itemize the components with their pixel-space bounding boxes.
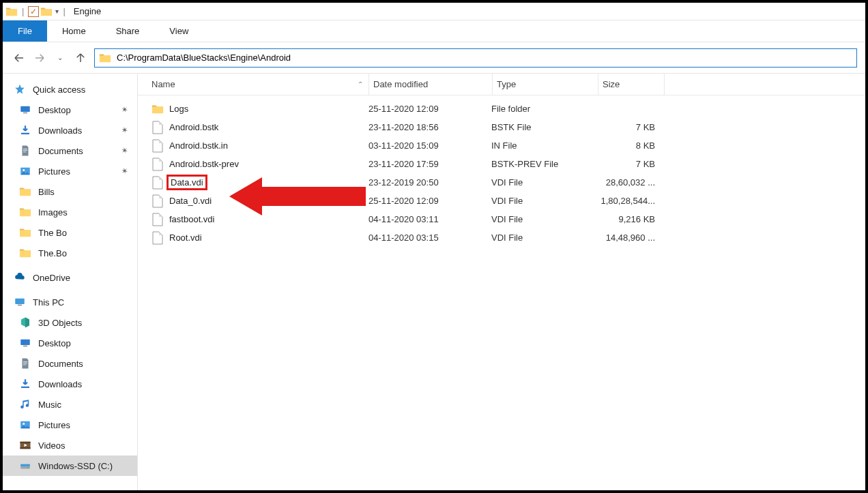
- window-title: Engine: [74, 6, 101, 16]
- sidebar-item-label: Pictures: [38, 420, 70, 430]
- file-row[interactable]: Android.bstk-prev23-11-2020 17:59BSTK-PR…: [138, 155, 865, 173]
- sidebar-item-3d-objects[interactable]: 3D Objects: [3, 312, 137, 333]
- sidebar-item-documents[interactable]: Documents: [3, 353, 137, 374]
- pin-icon: ✶: [119, 104, 130, 116]
- sidebar-item-label: Documents: [38, 359, 83, 369]
- svg-rect-1: [23, 113, 27, 114]
- file-size: 28,60,032 ...: [596, 177, 662, 188]
- sidebar-item-pictures[interactable]: Pictures✶: [3, 161, 137, 181]
- pictures-icon: [19, 165, 31, 177]
- up-button[interactable]: [74, 51, 87, 65]
- sidebar-item-windows-ssd-c-[interactable]: Windows-SSD (C:): [3, 455, 137, 476]
- documents-icon: [19, 145, 31, 157]
- col-header-date[interactable]: Date modified: [369, 79, 492, 89]
- desktop-icon: [19, 337, 31, 349]
- forward-button[interactable]: [33, 51, 46, 65]
- sidebar-item-label: 3D Objects: [38, 318, 82, 328]
- explorer-window: | ✓ ▾ | Engine File Home Share View ⌄: [0, 0, 868, 493]
- column-headers: Name ⌃ Date modified Type Size: [138, 74, 865, 95]
- sidebar-item-label: Pictures: [38, 166, 70, 177]
- sidebar-onedrive[interactable]: OneDrive: [3, 267, 137, 288]
- view-tab[interactable]: View: [154, 20, 203, 42]
- sidebar-item-documents[interactable]: Documents✶: [3, 140, 137, 161]
- 3d-icon: [19, 316, 31, 329]
- file-size: 7 KB: [596, 159, 662, 169]
- desktop-icon: [19, 104, 31, 116]
- sidebar-item-bills[interactable]: Bills: [3, 181, 137, 202]
- pin-icon: ✶: [119, 145, 130, 157]
- nav-row: ⌄: [3, 42, 865, 74]
- sidebar-item-label: The Bo: [38, 228, 67, 238]
- sidebar-item-label: Images: [38, 207, 68, 218]
- back-button[interactable]: [12, 51, 26, 65]
- file-row[interactable]: Data.vdi23-12-2019 20:50VDI File28,60,03…: [138, 173, 865, 192]
- file-name: Data_0.vdi: [169, 196, 212, 206]
- sidebar-label: Quick access: [33, 85, 85, 95]
- share-tab[interactable]: Share: [101, 20, 155, 42]
- sidebar-item-downloads[interactable]: Downloads✶: [3, 120, 137, 140]
- file-date: 04-11-2020 03:15: [368, 233, 491, 243]
- file-date: 25-11-2020 12:09: [368, 104, 491, 114]
- col-header-size[interactable]: Size: [598, 79, 664, 89]
- sidebar-item-images[interactable]: Images: [3, 202, 137, 222]
- app-folder-icon: [5, 5, 18, 18]
- sidebar-item-the-bo[interactable]: The.Bo: [3, 243, 137, 263]
- file-row[interactable]: Data_0.vdi25-11-2020 12:09VDI File1,80,2…: [138, 192, 865, 210]
- col-header-type[interactable]: Type: [493, 79, 598, 89]
- sidebar-item-downloads[interactable]: Downloads: [3, 374, 137, 394]
- folder-icon: [19, 226, 31, 239]
- pc-icon: [14, 296, 26, 308]
- sidebar-quick-access[interactable]: Quick access: [3, 79, 137, 100]
- col-header-label: Type: [497, 79, 516, 89]
- file-name: Android.bstk.in: [169, 140, 228, 151]
- home-tab[interactable]: Home: [47, 20, 101, 42]
- music-icon: [19, 398, 31, 410]
- sidebar-item-the-bo[interactable]: The Bo: [3, 222, 137, 243]
- sidebar: Quick access Desktop✶Downloads✶Documents…: [3, 74, 138, 490]
- col-header-label: Date modified: [373, 79, 428, 89]
- downloads-icon: [19, 378, 31, 390]
- sidebar-item-pictures[interactable]: Pictures: [3, 415, 137, 435]
- file-name: Android.bstk: [169, 122, 218, 132]
- col-header-name[interactable]: Name ⌃: [151, 79, 368, 89]
- sidebar-this-pc[interactable]: This PC: [3, 292, 137, 312]
- file-icon: [151, 213, 164, 226]
- address-bar[interactable]: [94, 48, 857, 68]
- folder-icon: [19, 247, 31, 259]
- svg-rect-6: [18, 305, 22, 306]
- sort-indicator-icon: ⌃: [358, 80, 363, 88]
- sidebar-item-label: Downloads: [38, 379, 82, 389]
- file-row[interactable]: Android.bstk23-11-2020 18:56BSTK File7 K…: [138, 118, 865, 136]
- sidebar-item-label: Downloads: [38, 125, 82, 136]
- titlebar: | ✓ ▾ | Engine: [3, 3, 865, 20]
- file-icon: [151, 176, 164, 190]
- file-row[interactable]: Logs25-11-2020 12:09File folder: [138, 100, 865, 118]
- file-type: VDI File: [491, 196, 596, 206]
- svg-point-11: [23, 423, 25, 425]
- recent-dropdown-icon[interactable]: ⌄: [53, 51, 67, 65]
- file-size: 7 KB: [596, 122, 662, 132]
- file-type: VDI File: [491, 177, 596, 188]
- sidebar-item-desktop[interactable]: Desktop: [3, 333, 137, 353]
- sidebar-item-desktop[interactable]: Desktop✶: [3, 100, 137, 120]
- file-row[interactable]: Root.vdi04-11-2020 03:15VDI File14,48,96…: [138, 228, 865, 247]
- sidebar-item-videos[interactable]: Videos: [3, 435, 137, 455]
- file-size: 8 KB: [596, 140, 662, 151]
- file-date: 23-12-2019 20:50: [368, 177, 491, 188]
- qat-customize-icon[interactable]: ▾: [55, 8, 59, 15]
- sidebar-item-label: Windows-SSD (C:): [38, 461, 113, 471]
- file-row[interactable]: Android.bstk.in03-11-2020 15:09IN File8 …: [138, 136, 865, 155]
- sidebar-item-label: Documents: [38, 146, 83, 156]
- sidebar-item-music[interactable]: Music: [3, 394, 137, 415]
- file-tab[interactable]: File: [3, 20, 47, 42]
- svg-rect-5: [15, 299, 25, 304]
- file-row[interactable]: fastboot.vdi04-11-2020 03:11VDI File9,21…: [138, 210, 865, 228]
- address-input[interactable]: [115, 52, 852, 63]
- sidebar-item-label: Bills: [38, 187, 55, 197]
- file-date: 03-11-2020 15:09: [368, 140, 491, 151]
- qat-properties-icon[interactable]: ✓: [28, 6, 39, 17]
- qat-newfolder-icon[interactable]: [40, 5, 53, 18]
- file-icon: [151, 121, 164, 134]
- sidebar-item-label: Desktop: [38, 105, 71, 115]
- file-name: Logs: [169, 104, 188, 114]
